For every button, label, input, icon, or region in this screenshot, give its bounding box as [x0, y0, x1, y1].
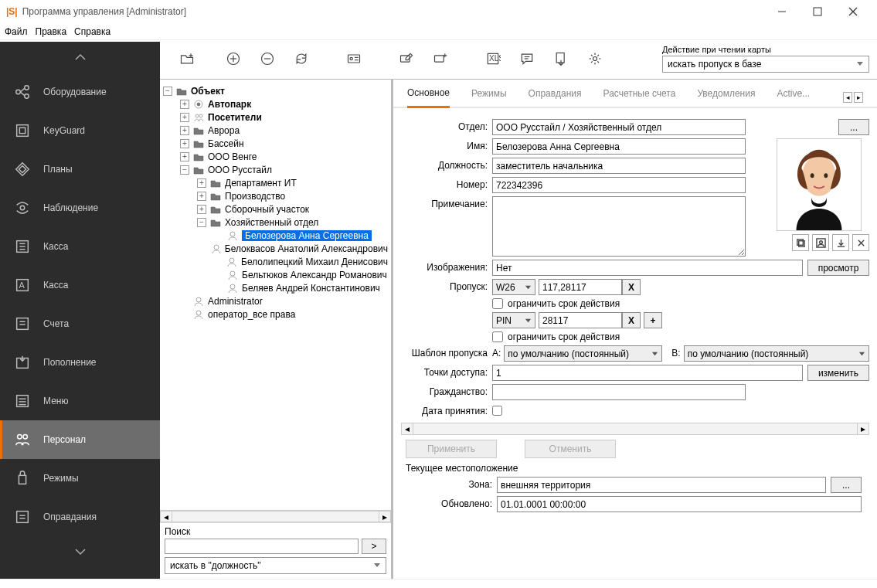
tree-node[interactable]: +ООО Венге — [163, 150, 388, 163]
pin-format-dropdown[interactable]: PIN — [492, 312, 535, 328]
menu-help[interactable]: Справка — [74, 26, 110, 37]
comment-icon[interactable] — [512, 46, 542, 72]
nav-keyguard[interactable]: KeyGuard — [0, 111, 160, 150]
nav-personnel[interactable]: Персонал — [0, 420, 160, 459]
pass-format-dropdown[interactable]: W26 — [492, 279, 535, 295]
tab-modes[interactable]: Режимы — [471, 88, 507, 107]
number-field[interactable] — [492, 177, 746, 193]
nav-scroll-down[interactable] — [0, 536, 160, 567]
export-icon[interactable] — [546, 46, 576, 72]
scroll-left-icon[interactable]: ◂ — [160, 511, 172, 522]
apply-button[interactable]: Применить — [406, 440, 497, 458]
photo-person-button[interactable] — [812, 234, 829, 251]
tabs-scroll-right[interactable]: ▸ — [854, 92, 863, 103]
edit-card-icon[interactable] — [392, 46, 421, 72]
position-field[interactable] — [492, 158, 746, 174]
nav-menu[interactable]: Меню — [0, 382, 160, 420]
pass-value-field[interactable] — [539, 279, 622, 295]
minimize-button[interactable] — [764, 0, 800, 23]
close-button[interactable] — [835, 0, 871, 23]
svg-rect-74 — [797, 239, 802, 244]
export-xls-icon[interactable]: XLS — [478, 46, 508, 72]
search-field-dropdown[interactable]: искать в "должность" — [165, 557, 386, 574]
access-points-field[interactable] — [492, 365, 803, 381]
nav-bills[interactable]: Счета — [0, 304, 160, 343]
refresh-icon[interactable] — [287, 46, 316, 72]
add-card-icon[interactable] — [426, 46, 455, 72]
pin-limit-checkbox[interactable]: ограничить срок действия — [492, 331, 620, 342]
cancel-button[interactable]: Отменить — [525, 440, 616, 458]
images-field[interactable] — [492, 260, 803, 276]
pass-clear-button[interactable]: X — [622, 279, 641, 295]
tree-node[interactable]: +Бассейн — [163, 137, 388, 150]
tree-node[interactable]: +Аврора — [163, 124, 388, 137]
dept-browse-button[interactable]: ... — [838, 119, 869, 135]
notes-field[interactable] — [492, 196, 746, 257]
tree-person[interactable]: оператор_все права — [163, 308, 388, 321]
nav-refill[interactable]: Пополнение — [0, 343, 160, 382]
scroll-right-icon[interactable]: ▸ — [379, 511, 391, 522]
add-icon[interactable] — [219, 46, 248, 72]
images-view-button[interactable]: просмотр — [807, 260, 869, 276]
menu-edit[interactable]: Правка — [36, 26, 67, 37]
tree-person[interactable]: Administrator — [163, 294, 388, 308]
hire-date-checkbox[interactable] — [492, 406, 502, 416]
nav-plans[interactable]: Планы — [0, 150, 160, 189]
nav-scroll-up[interactable] — [0, 42, 160, 73]
tree-person[interactable]: Белоквасов Анатолий Александрович — [163, 242, 388, 255]
pin-add-button[interactable]: + — [644, 312, 662, 328]
card-action-dropdown[interactable]: искать пропуск в базе — [662, 56, 869, 73]
tab-accounts[interactable]: Расчетные счета — [603, 88, 676, 107]
tree-node[interactable]: −Хозяйственный отдел — [163, 216, 388, 229]
tabs-scroll-left[interactable]: ◂ — [843, 92, 852, 103]
new-folder-icon[interactable] — [172, 46, 202, 72]
template-b-dropdown[interactable]: по умолчанию (постоянный) — [684, 345, 869, 362]
pin-value-field[interactable] — [539, 312, 622, 328]
nav-equipment[interactable]: Оборудование — [0, 73, 160, 111]
photo-delete-button[interactable] — [852, 234, 869, 251]
updated-field[interactable] — [497, 496, 862, 512]
search-input[interactable] — [165, 539, 359, 554]
nav-cashbox-2[interactable]: A Касса — [0, 266, 160, 304]
tree-person[interactable]: Бельтюков Александр Романович — [163, 268, 388, 281]
card-icon[interactable] — [339, 46, 369, 72]
tab-main[interactable]: Основное — [407, 87, 450, 108]
tree-person[interactable]: Беляев Андрей Константинович — [163, 281, 388, 294]
dept-field[interactable] — [492, 119, 746, 135]
nav-modes[interactable]: Режимы — [0, 459, 160, 498]
settings-icon[interactable] — [580, 46, 610, 72]
zone-field[interactable] — [497, 477, 826, 493]
tree-node[interactable]: +Автопарк — [163, 97, 388, 110]
tree-node[interactable]: +Производство — [163, 189, 388, 202]
tree-node[interactable]: +Сборочный участок — [163, 202, 388, 216]
citizenship-field[interactable] — [492, 384, 746, 400]
photo-download-button[interactable] — [832, 234, 849, 251]
template-a-dropdown[interactable]: по умолчанию (постоянный) — [504, 345, 662, 362]
pin-clear-button[interactable]: X — [622, 312, 641, 328]
tree-person[interactable]: Белолипецкий Михаил Денисович — [163, 255, 388, 268]
pass-limit-checkbox[interactable]: ограничить срок действия — [492, 298, 620, 309]
maximize-button[interactable] — [800, 0, 835, 23]
tree-node[interactable]: +Посетители — [163, 110, 388, 124]
tree-node[interactable]: +Департамент ИТ — [163, 176, 388, 189]
menu-file[interactable]: Файл — [5, 26, 28, 37]
scroll-right-icon[interactable]: ▸ — [857, 423, 869, 435]
name-field[interactable] — [492, 138, 746, 155]
photo-copy-button[interactable] — [792, 234, 809, 251]
scroll-left-icon[interactable]: ◂ — [401, 423, 413, 435]
zone-browse-button[interactable]: ... — [831, 477, 862, 493]
tab-active[interactable]: Active... — [777, 88, 810, 107]
tab-notifications[interactable]: Уведомления — [697, 88, 755, 107]
form-hscrollbar[interactable]: ◂ ▸ — [401, 423, 869, 435]
remove-icon[interactable] — [253, 46, 282, 72]
tab-excuses[interactable]: Оправдания — [529, 88, 582, 107]
nav-cashbox-1[interactable]: Касса — [0, 227, 160, 266]
tree-hscrollbar[interactable]: ◂ ▸ — [160, 510, 391, 522]
nav-excuses[interactable]: Оправдания — [0, 498, 160, 536]
access-points-change-button[interactable]: изменить — [807, 365, 869, 381]
tree-person[interactable]: Белозерова Анна Сергеевна — [163, 229, 388, 242]
tree-node-root[interactable]: −Объект — [163, 84, 388, 97]
search-go-button[interactable]: > — [362, 539, 386, 554]
tree-node[interactable]: −ООО Русстайл — [163, 163, 388, 176]
nav-surveillance[interactable]: Наблюдение — [0, 189, 160, 227]
